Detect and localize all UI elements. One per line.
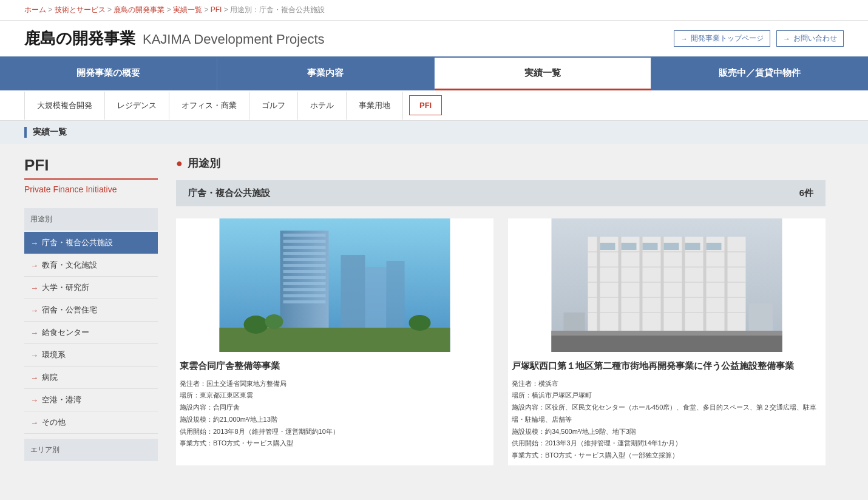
main-content: ● 用途別 庁舎・複合公共施設 6件: [158, 144, 844, 478]
project-info-1: 東雲合同庁舎整備等事業 発注者：国土交通省関東地方整備局 場所：東京都江東区東雲…: [176, 352, 493, 453]
sidebar-item-dormitory[interactable]: → 宿舎・公営住宅: [24, 299, 158, 322]
subnav-large-complex[interactable]: 大規模複合開発: [24, 92, 105, 120]
subnav-pfi[interactable]: PFI: [409, 95, 442, 115]
top-page-link[interactable]: 開発事業トップページ: [674, 30, 770, 47]
breadcrumb: ホーム > 技術とサービス > 鹿島の開発事業 > 実績一覧 > PFI > 用…: [0, 0, 868, 21]
svg-rect-22: [588, 237, 746, 331]
sidebar-item-cafeteria[interactable]: → 給食センター: [24, 322, 158, 344]
svg-rect-33: [704, 237, 707, 331]
sidebar-item-label: 環境系: [42, 350, 66, 360]
svg-rect-7: [283, 246, 326, 249]
logo-japanese: 鹿島の開発事業: [24, 28, 135, 49]
project-info-2: 戸塚駅西口第１地区第二種市街地再開発事業に伴う公益施設整備事業 発注者：横浜市 …: [508, 352, 826, 465]
svg-rect-16: [283, 300, 326, 303]
svg-rect-30: [640, 237, 643, 331]
page-body: PFI Private Finance Initiative 用途別 → 庁舎・…: [0, 144, 868, 478]
category-label: 庁舎・複合公共施設: [188, 187, 270, 199]
svg-rect-10: [283, 264, 326, 267]
svg-rect-13: [283, 282, 326, 285]
project-image-2: [508, 218, 826, 352]
breadcrumb-tech[interactable]: 技術とサービス: [55, 5, 106, 14]
arrow-icon: →: [30, 351, 38, 360]
nav-item-sale[interactable]: 販売中／賃貸中物件: [651, 58, 868, 90]
arrow-icon: →: [30, 373, 38, 382]
subnav-land[interactable]: 事業用地: [347, 92, 403, 120]
nav-item-business[interactable]: 事業内容: [217, 58, 435, 90]
project-card-1[interactable]: 東雲合同庁舎整備等事業 発注者：国土交通省関東地方整備局 場所：東京都江東区東雲…: [176, 218, 493, 465]
sidebar-section-area: エリア別: [24, 439, 158, 461]
header-links: 開発事業トップページ お問い合わせ: [674, 30, 844, 47]
arrow-icon: →: [30, 261, 38, 270]
arrow-icon: →: [30, 306, 38, 315]
sidebar-item-label: 大学・研究所: [42, 282, 89, 293]
header: 鹿島の開発事業 KAJIMA Development Projects 開発事業…: [0, 21, 868, 58]
category-bar: 庁舎・複合公共施設 6件: [176, 180, 826, 206]
project-grid: 東雲合同庁舎整備等事業 発注者：国土交通省関東地方整備局 場所：東京都江東区東雲…: [176, 218, 826, 465]
svg-point-20: [409, 315, 431, 331]
sidebar-item-label: 教育・文化施設: [42, 260, 97, 271]
svg-rect-37: [643, 243, 658, 250]
svg-rect-40: [707, 243, 722, 250]
svg-rect-34: [725, 237, 728, 331]
svg-rect-31: [661, 237, 664, 331]
svg-rect-42: [552, 331, 782, 336]
subnav-residence[interactable]: レジデンス: [105, 92, 169, 120]
project-detail-2: 発注者：横浜市 場所：横浜市戸塚区戸塚町 施設内容：区役所、区民文化センター（ホ…: [512, 378, 822, 462]
sidebar-pfi-sub: Private Finance Initiative: [24, 183, 158, 196]
svg-rect-12: [283, 276, 326, 279]
project-detail-1: 発注者：国土交通省関東地方整備局 場所：東京都江東区東雲 施設内容：合同庁舎 施…: [180, 378, 490, 450]
heading-text: 用途別: [188, 156, 220, 171]
contact-link[interactable]: お問い合わせ: [776, 30, 844, 47]
sidebar-item-label: 給食センター: [42, 327, 89, 338]
project-card-2[interactable]: 戸塚駅西口第１地区第二種市街地再開発事業に伴う公益施設整備事業 発注者：横浜市 …: [508, 218, 826, 465]
breadcrumb-current: 用途別：庁舎・複合公共施設: [230, 5, 325, 14]
sidebar-item-university[interactable]: → 大学・研究所: [24, 277, 158, 299]
svg-rect-28: [597, 237, 600, 331]
breadcrumb-home[interactable]: ホーム: [24, 5, 46, 14]
svg-rect-44: [564, 312, 585, 331]
sidebar-item-government[interactable]: → 庁舎・複合公共施設: [24, 232, 158, 254]
arrow-icon: →: [30, 328, 38, 337]
svg-rect-29: [619, 237, 622, 331]
sidebar-pfi-title: PFI: [24, 156, 158, 180]
svg-rect-38: [664, 243, 679, 250]
arrow-icon: →: [30, 283, 38, 292]
content-heading: ● 用途別: [176, 156, 826, 171]
arrow-icon: →: [30, 418, 38, 427]
project-image-1: [176, 218, 493, 352]
sidebar-item-other[interactable]: → その他: [24, 411, 158, 434]
svg-rect-45: [749, 303, 773, 331]
breadcrumb-pfi[interactable]: PFI: [211, 5, 222, 14]
sidebar-item-hospital[interactable]: → 病院: [24, 367, 158, 389]
svg-rect-43: [552, 336, 782, 352]
arrow-icon: →: [30, 396, 38, 405]
sidebar-item-label: 病院: [42, 372, 58, 383]
subnav-hotel[interactable]: ホテル: [298, 92, 347, 120]
svg-rect-39: [685, 243, 700, 250]
svg-rect-8: [283, 252, 326, 255]
svg-point-19: [265, 314, 283, 329]
header-logo: 鹿島の開発事業 KAJIMA Development Projects: [24, 28, 325, 49]
project-title-2: 戸塚駅西口第１地区第二種市街地再開発事業に伴う公益施設整備事業: [512, 359, 822, 373]
breadcrumb-dev[interactable]: 鹿島の開発事業: [114, 5, 164, 14]
svg-rect-6: [283, 240, 326, 243]
sidebar-item-label: 宿舎・公営住宅: [42, 305, 97, 316]
nav-item-results[interactable]: 実績一覧: [435, 58, 652, 90]
breadcrumb-list[interactable]: 実績一覧: [173, 5, 202, 14]
sidebar: PFI Private Finance Initiative 用途別 → 庁舎・…: [24, 144, 158, 478]
sidebar-item-education[interactable]: → 教育・文化施設: [24, 254, 158, 277]
section-title-wrapper: 実績一覧: [0, 121, 868, 144]
category-count: 6件: [799, 187, 813, 199]
svg-rect-15: [283, 294, 326, 297]
sidebar-item-environment[interactable]: → 環境系: [24, 344, 158, 367]
svg-rect-11: [283, 270, 326, 273]
sidebar-section-usage: 用途別: [24, 208, 158, 231]
main-navigation: 開発事業の概要 事業内容 実績一覧 販売中／賃貸中物件: [0, 58, 868, 90]
arrow-icon: →: [30, 238, 38, 248]
subnav-office[interactable]: オフィス・商業: [169, 92, 249, 120]
nav-item-overview[interactable]: 開発事業の概要: [0, 58, 217, 90]
svg-rect-35: [600, 243, 615, 250]
project-title-1: 東雲合同庁舎整備等事業: [180, 359, 490, 373]
sidebar-item-airport[interactable]: → 空港・港湾: [24, 389, 158, 411]
subnav-golf[interactable]: ゴルフ: [249, 92, 298, 120]
